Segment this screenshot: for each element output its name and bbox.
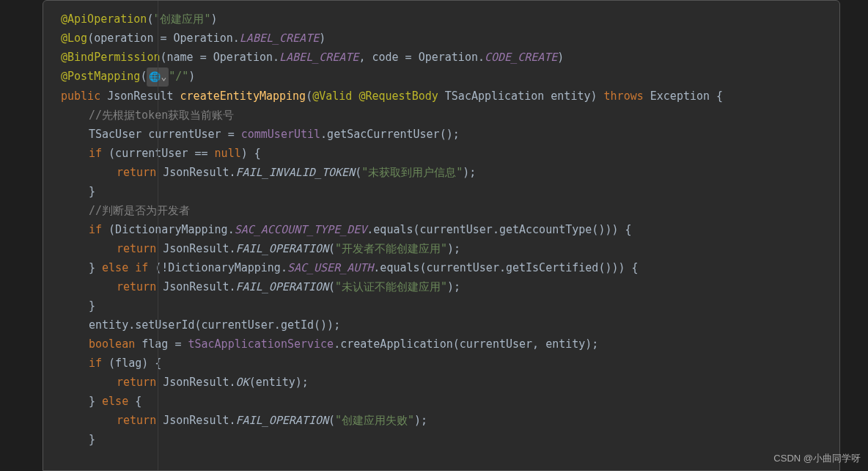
comment: //先根据token获取当前账号 [89,109,234,122]
code-line: //先根据token获取当前账号 [61,106,839,125]
indent-guide [158,1,158,470]
code-line: @ApiOperation("创建应用") [61,10,839,29]
code-line: boolean flag = tSacApplicationService.cr… [61,335,839,354]
annotation: @Valid [312,90,352,103]
keyword: else if [102,261,148,274]
code-line: return JsonResult.FAIL_OPERATION("开发者不能创… [61,239,839,258]
string-literal: "未认证不能创建应用" [335,280,447,293]
annotation: @ApiOperation [61,12,147,26]
keyword: if [89,223,102,236]
code-line: } else if (!DictionaryMapping.SAC_USER_A… [61,258,839,277]
comment: //判断是否为开发者 [89,204,190,217]
code-line: public JsonResult createEntityMapping(@V… [61,87,839,106]
code-line: @PostMapping(🌐⌄"/") [61,67,839,87]
static-field: LABEL_CREATE [240,32,319,45]
code-line: if (flag) { [61,354,839,373]
static-method: FAIL_OPERATION [236,242,328,255]
keyword: if [89,147,102,160]
code-line: if (currentUser == null) { [61,144,839,163]
annotation: @RequestBody [358,90,438,103]
string-literal: "未获取到用户信息" [361,166,463,179]
string-literal: "/" [169,70,188,83]
field-ref: commUserUtil [241,128,320,141]
code-editor[interactable]: @ApiOperation("创建应用") @Log(operation = O… [43,0,840,471]
string-literal: "开发者不能创建应用" [335,242,447,255]
field-ref: tSacApplicationService [188,337,334,351]
keyword: return [117,280,156,293]
code-line: return JsonResult.FAIL_INVALID_TOKEN("未获… [61,163,839,182]
keyword: return [117,166,156,179]
static-field: SAC_USER_AUTH [287,261,373,274]
annotation: @BindPermission [61,51,160,64]
static-field: SAC_ACCOUNT_TYPE_DEV [235,223,367,236]
code-line: return JsonResult.FAIL_OPERATION("创建应用失败… [61,411,839,430]
code-line: } else { [61,392,839,411]
static-method: FAIL_OPERATION [236,280,328,293]
keyword: throws [604,90,644,103]
string-literal: "创建应用失败" [335,414,414,427]
static-method: FAIL_OPERATION [236,414,328,427]
annotation: @PostMapping [61,70,140,83]
keyword: else [102,395,128,408]
static-field: CODE_CREATE [485,51,557,64]
code-line: TSacUser currentUser = commUserUtil.getS… [61,125,839,144]
code-line: } [61,182,839,201]
keyword: boolean [89,337,135,351]
keyword: public [61,90,100,103]
code-line: } [61,430,839,449]
keyword: null [215,147,241,160]
code-line: entity.setUserId(currentUser.getId()); [61,315,839,335]
static-method: FAIL_INVALID_TOKEN [236,166,356,179]
static-method: OK [236,376,249,389]
code-line: return JsonResult.FAIL_OPERATION("未认证不能创… [61,277,839,296]
keyword: return [117,414,156,427]
keyword: return [117,242,156,255]
string-literal: "创建应用" [153,12,210,26]
code-line: return JsonResult.OK(entity); [61,373,839,392]
code-line: if (DictionaryMapping.SAC_ACCOUNT_TYPE_D… [61,220,839,239]
code-line: } [61,296,839,315]
keyword: return [117,376,156,389]
annotation: @Log [61,32,87,45]
method-name: createEntityMapping [180,90,306,103]
code-line: @BindPermission(name = Operation.LABEL_C… [61,48,839,67]
static-field: LABEL_CREATE [279,51,358,64]
code-line: @Log(operation = Operation.LABEL_CREATE) [61,29,839,48]
code-line: //判断是否为开发者 [61,201,839,220]
keyword: if [89,357,102,370]
